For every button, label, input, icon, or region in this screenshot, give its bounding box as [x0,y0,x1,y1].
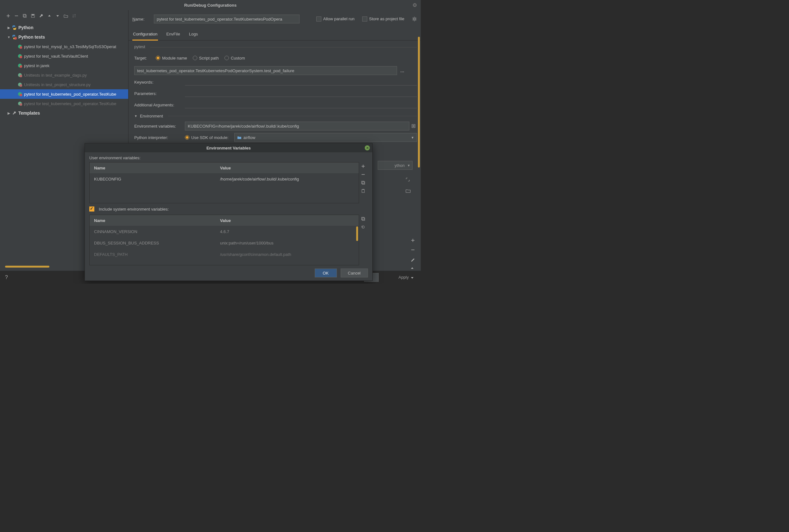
help-icon[interactable]: ? [5,274,8,280]
move-up-icon[interactable] [411,267,416,272]
tab-envfile[interactable]: EnvFile [166,28,180,40]
user-env-table[interactable]: Name Value KUBECONFIG /home/jarek/code/a… [89,162,359,203]
tree-toolbar [0,10,128,21]
copy-icon[interactable] [361,180,366,186]
form-scrollbar[interactable] [418,37,420,255]
env-vars-input[interactable] [185,121,409,131]
pytest-icon [17,91,23,97]
pytest-icon [17,63,23,69]
additional-arguments-input[interactable] [185,101,417,108]
chevron-down-icon: ▼ [134,114,137,118]
svg-point-5 [14,37,17,40]
python-interpreter-label: Python interpreter: [134,135,185,140]
system-env-row[interactable]: DBUS_SESSION_BUS_ADDRESS unix:path=/run/… [90,237,359,249]
chevron-down-icon: ▼ [6,36,12,39]
ok-button[interactable]: OK [315,268,337,278]
remove-icon[interactable] [14,13,19,18]
sdk-module-dropdown[interactable]: airflow ▼ [234,133,417,142]
svg-rect-1 [24,15,26,17]
keywords-input[interactable] [185,78,417,86]
col-name-header: Name [90,166,219,170]
save-icon[interactable] [31,13,36,18]
copy-icon[interactable] [22,13,27,18]
chevron-right-icon: ▶ [6,26,12,30]
add-icon[interactable] [411,238,416,243]
tree-item-test[interactable]: Unittests in test_example_dags.py [0,70,128,80]
expand-icon[interactable] [406,177,412,184]
tab-configuration[interactable]: Configuration [132,28,158,40]
env-vars-dialog: Environment Variables ✕ User environment… [84,143,373,281]
copy-icon[interactable] [361,216,366,222]
tree-item-test[interactable]: pytest for test_vault.TestVaultClient [0,51,128,61]
add-icon[interactable] [361,164,366,169]
include-system-checkbox[interactable]: Include system environment variables: [89,207,368,211]
remove-icon[interactable] [411,248,416,253]
tree-group-python-tests[interactable]: ▼ Python tests [0,32,128,42]
pytest-group-label: pytest [134,44,417,49]
name-input[interactable] [154,15,300,23]
target-radio-custom[interactable]: Custom [225,56,245,60]
svg-point-9 [20,56,22,58]
system-env-table[interactable]: Name Value CINNAMON_VERSION 4.6.7 DBUS_S… [89,215,359,265]
tree-group-python[interactable]: ▶ Python [0,23,128,32]
add-icon[interactable] [6,13,11,18]
env-vars-title: Environment Variables [207,146,251,150]
target-input[interactable] [134,66,397,75]
tab-logs[interactable]: Logs [188,28,198,40]
paste-icon[interactable] [361,189,366,194]
right-toolbar [411,238,416,281]
col-name-header: Name [90,218,219,223]
store-as-project-checkbox[interactable]: Store as project file [362,17,404,22]
svg-point-7 [20,46,22,49]
occluded-dropdown[interactable]: ython ▼ [378,161,412,170]
browse-folder-icon[interactable] [406,189,412,196]
tree-item-test[interactable]: pytest in jarek [0,61,128,70]
col-value-header: Value [219,166,359,170]
system-env-row[interactable]: DEFAULTS_PATH /usr/share/gconf/cinnamon.… [90,249,359,260]
close-icon[interactable] [412,3,417,7]
window-title: Run/Debug Configurations [184,3,236,7]
tree-item-test-selected[interactable]: pytest for test_kubernetes_pod_operator.… [0,89,128,99]
svg-rect-26 [362,218,365,221]
sort-icon[interactable] [72,13,77,18]
revert-icon[interactable] [361,225,366,230]
system-env-row[interactable]: CINNAMON_VERSION 4.6.7 [90,226,359,237]
col-value-header: Value [219,218,359,223]
tree-item-test[interactable]: pytest for test_kubernetes_pod_operator.… [0,99,128,108]
system-env-scrollbar[interactable] [356,226,358,241]
move-down-icon[interactable] [55,13,60,18]
pytest-icon [17,53,23,59]
target-radio-script-path[interactable]: Script path [193,56,219,60]
python-tests-icon [12,34,17,40]
parameters-label: Parameters: [134,91,185,96]
tree-item-test[interactable]: pytest for test_mysql_to_s3.TestMySqlToS… [0,42,128,51]
user-env-row[interactable]: KUBECONFIG /home/jarek/code/airflow/.bui… [90,173,359,185]
use-sdk-radio[interactable]: Use SDK of module: [185,135,229,140]
cancel-button[interactable]: Cancel [341,268,368,278]
move-up-icon[interactable] [47,13,52,18]
pytest-icon [17,101,23,107]
wrench-icon[interactable] [39,13,44,18]
tree-group-templates[interactable]: ▶ Templates [0,108,128,118]
svg-point-20 [413,18,416,20]
config-tabs: Configuration EnvFile Logs [129,28,421,40]
svg-rect-23 [362,181,364,184]
target-radio-module-name[interactable]: Module name [156,56,187,60]
tree-item-test[interactable]: Unittests in test_project_structure.py [0,80,128,89]
allow-parallel-checkbox[interactable]: Allow parallel run [316,17,354,22]
chevron-down-icon: ▼ [407,164,410,167]
target-label: Target: [134,56,156,60]
move-down-icon[interactable] [411,276,416,281]
gear-icon[interactable] [412,17,417,21]
user-env-label: User environment variables: [89,155,368,160]
env-vars-edit-icon[interactable] [411,124,417,128]
parameters-input[interactable] [185,90,417,97]
remove-icon[interactable] [361,172,366,177]
name-label: Name: [132,17,154,21]
titlebar: Run/Debug Configurations [0,0,421,10]
browse-button[interactable]: … [400,69,404,73]
environment-section-header[interactable]: ▼ Environment [134,114,417,118]
close-icon[interactable]: ✕ [365,145,370,150]
folder-icon[interactable] [63,13,69,18]
edit-icon[interactable] [411,257,416,262]
